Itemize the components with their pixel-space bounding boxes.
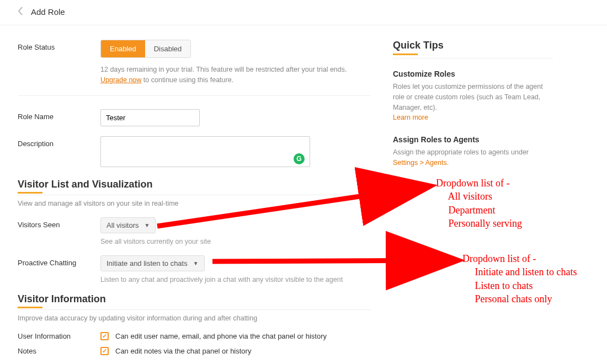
svg-line-1 — [212, 260, 455, 261]
annotation-text-2: Dropdown list of - Initiate and listen t… — [462, 252, 577, 306]
annotation-text-1: Dropdown list of - All visitors Departme… — [436, 176, 522, 230]
svg-line-0 — [157, 186, 428, 226]
